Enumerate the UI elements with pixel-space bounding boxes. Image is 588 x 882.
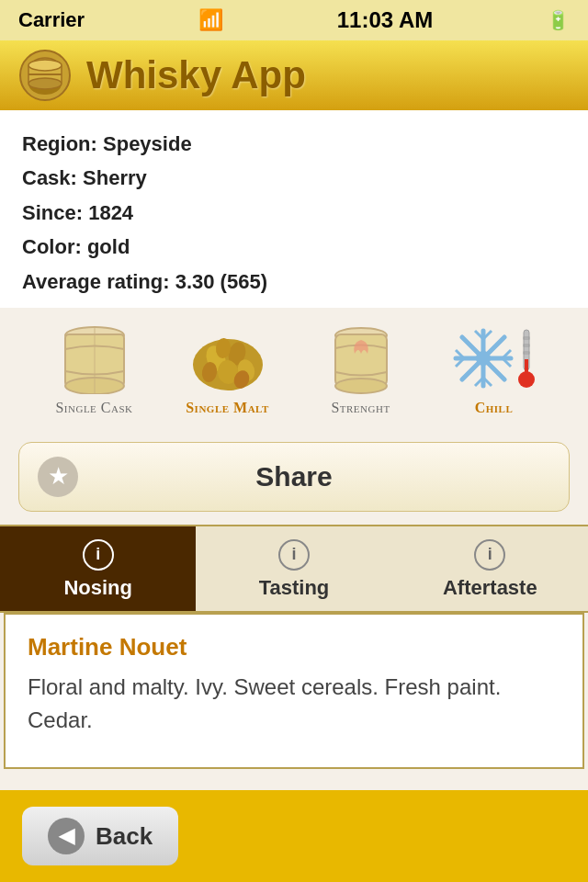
single-malt-item[interactable]: Single Malt xyxy=(173,326,283,416)
star-icon: ★ xyxy=(38,457,78,497)
cask-label: Cask: xyxy=(22,166,77,189)
tabs-container: i Nosing i Tasting i Aftertaste xyxy=(0,525,588,613)
since-label: Since: xyxy=(22,201,83,224)
aftertaste-info-icon: i xyxy=(474,539,505,571)
app-logo-icon xyxy=(18,49,72,102)
single-cask-label: Single Cask xyxy=(55,400,132,416)
strenght-label: Strenght xyxy=(331,400,390,416)
nosing-tab-label: Nosing xyxy=(63,576,132,600)
region-line: Region: Speyside xyxy=(22,127,566,161)
tab-aftertaste[interactable]: i Aftertaste xyxy=(392,526,588,611)
svg-point-34 xyxy=(476,351,491,366)
back-arrow-icon: ◀ xyxy=(48,818,85,854)
status-time: 11:03 AM xyxy=(337,7,433,33)
app-title: Whisky App xyxy=(86,53,306,97)
characteristics-row: Single Cask Single Malt Strenght xyxy=(0,308,588,429)
strenght-icon xyxy=(320,326,402,394)
nosing-info-icon: i xyxy=(83,539,114,571)
share-label: Share xyxy=(255,461,332,492)
since-line: Since: 1824 xyxy=(22,196,566,230)
rating-label: Average rating: 3.30 (565) xyxy=(22,270,267,293)
single-cask-item[interactable]: Single Cask xyxy=(40,326,150,416)
chill-label: Chill xyxy=(475,400,514,416)
battery-icon: 🔋 xyxy=(547,9,570,31)
share-section: ★ Share xyxy=(0,429,588,525)
since-value: 1824 xyxy=(88,201,133,224)
status-bar: Carrier 📶 11:03 AM 🔋 xyxy=(0,0,588,40)
cask-value: Sherry xyxy=(83,166,147,189)
share-button[interactable]: ★ Share xyxy=(18,442,570,512)
nosing-content: Martine Nouet Floral and malty. Ivy. Swe… xyxy=(4,613,584,769)
wifi-icon: 📶 xyxy=(198,8,223,32)
tab-tasting[interactable]: i Tasting xyxy=(196,526,391,611)
single-cask-icon xyxy=(53,326,136,394)
back-label: Back xyxy=(96,822,153,851)
chill-icon-group xyxy=(451,326,537,394)
back-button[interactable]: ◀ Back xyxy=(22,807,178,865)
tasting-tab-label: Tasting xyxy=(259,576,330,600)
region-label: Region: xyxy=(22,132,97,155)
region-value: Speyside xyxy=(103,132,192,155)
reviewer-name: Martine Nouet xyxy=(28,633,560,662)
carrier-text: Carrier xyxy=(18,8,85,32)
color-value: gold xyxy=(87,235,130,258)
app-header: Whisky App xyxy=(0,40,588,110)
rating-line: Average rating: 3.30 (565) xyxy=(22,265,566,299)
single-malt-label: Single Malt xyxy=(186,400,269,416)
review-text: Floral and malty. Ivy. Sweet cereals. Fr… xyxy=(28,671,560,737)
cask-line: Cask: Sherry xyxy=(22,161,566,195)
single-malt-icon xyxy=(187,326,269,394)
bottom-bar: ◀ Back xyxy=(0,790,588,882)
svg-point-6 xyxy=(28,78,62,89)
thermometer-icon xyxy=(515,326,537,394)
tab-nosing[interactable]: i Nosing xyxy=(0,526,196,611)
svg-point-5 xyxy=(28,60,62,71)
info-section: Region: Speyside Cask: Sherry Since: 182… xyxy=(0,110,588,308)
snowflake-icon xyxy=(451,326,515,394)
svg-point-21 xyxy=(335,379,387,393)
svg-rect-37 xyxy=(525,359,528,374)
strenght-item[interactable]: Strenght xyxy=(306,326,416,416)
chill-item[interactable]: Chill xyxy=(439,326,549,416)
tasting-info-icon: i xyxy=(278,539,310,571)
aftertaste-tab-label: Aftertaste xyxy=(443,576,537,600)
color-line: Color: gold xyxy=(22,230,566,264)
color-label: Color: xyxy=(22,235,82,258)
